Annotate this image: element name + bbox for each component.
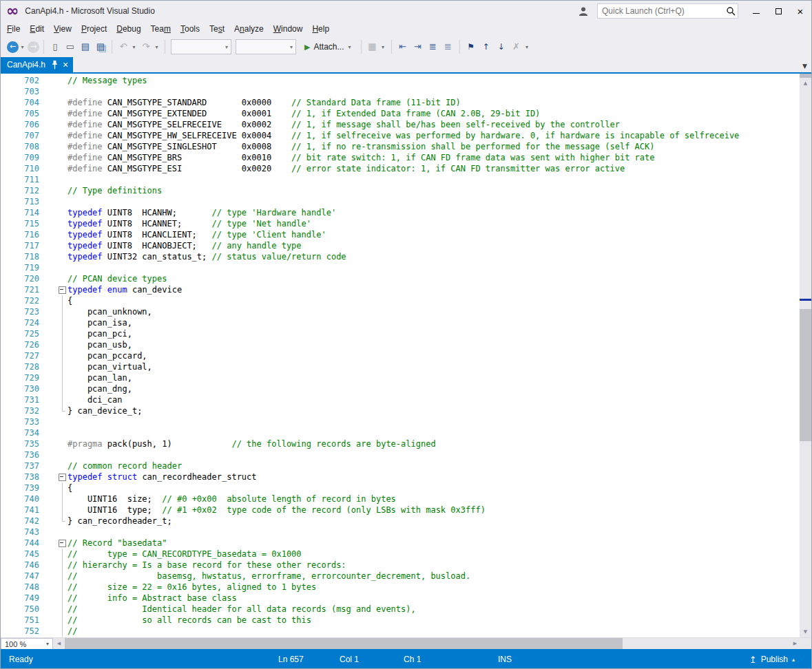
bookmark-next-icon[interactable]: ↓: [495, 40, 508, 54]
code-line[interactable]: 728 pcan_virtual,: [1, 361, 801, 372]
code-line[interactable]: 715typedef UINT8 HCANNET; // type 'Net h…: [1, 218, 801, 229]
code-line[interactable]: 744// Record "basedata": [1, 538, 801, 549]
menu-project[interactable]: Project: [76, 22, 112, 36]
code-line[interactable]: 710#define CAN_MSGTYPE_ESI 0x0020 // err…: [1, 163, 801, 174]
publish-button[interactable]: ↥ Publish ▴: [744, 649, 800, 669]
code-line[interactable]: 738typedef struct can_recordheader_struc…: [1, 471, 801, 482]
code-line[interactable]: 702// Message types: [1, 75, 801, 86]
redo-dropdown-icon[interactable]: ▾: [154, 44, 160, 50]
menu-tools[interactable]: Tools: [176, 22, 205, 36]
code-line[interactable]: 737// common record header: [1, 460, 801, 471]
code-line[interactable]: 708#define CAN_MSGTYPE_SINGLESHOT 0x0008…: [1, 141, 801, 152]
code-line[interactable]: 707#define CAN_MSGTYPE_HW_SELFRECEIVE 0x…: [1, 130, 801, 141]
code-line[interactable]: 749// info = Abstract base class: [1, 593, 801, 604]
code-line[interactable]: 732} can_device_t;: [1, 405, 801, 416]
fold-toggle-icon[interactable]: [41, 538, 67, 549]
code-line[interactable]: 705#define CAN_MSGTYPE_EXTENDED 0x0001 /…: [1, 108, 801, 119]
code-line[interactable]: 741 UINT16 type; // #1 +0x02 type code o…: [1, 505, 801, 516]
code-line[interactable]: 725 pcan_pci,: [1, 328, 801, 339]
uncomment-selection-icon[interactable]: ≣: [441, 40, 455, 54]
fold-toggle-icon[interactable]: [41, 284, 67, 295]
code-line[interactable]: 742} can_recordheader_t;: [1, 516, 801, 527]
code-line[interactable]: 714typedef UINT8 HCANHW; // type 'Hardwa…: [1, 207, 801, 218]
menu-file[interactable]: File: [2, 22, 25, 36]
undo-icon[interactable]: ↶: [116, 40, 130, 54]
code-line[interactable]: 722{: [1, 295, 801, 306]
code-line[interactable]: 713: [1, 196, 801, 207]
tab-canapi4h[interactable]: CanApi4.h ×: [1, 57, 73, 72]
splitter-grip[interactable]: [800, 74, 811, 78]
maximize-button[interactable]: [767, 1, 789, 21]
code-line[interactable]: 727 pcan_pccard,: [1, 350, 801, 361]
bookmark-clear-icon[interactable]: ✗: [510, 40, 523, 54]
nav-back-icon[interactable]: ←: [7, 41, 19, 53]
code-line[interactable]: 747// basemsg, hwstatus, errorframe, err…: [1, 571, 801, 582]
save-icon[interactable]: ▤: [79, 40, 92, 54]
code-line[interactable]: 733: [1, 416, 801, 427]
minimize-button[interactable]: [745, 1, 767, 21]
code-line[interactable]: 726 pcan_usb,: [1, 339, 801, 350]
attach-button[interactable]: ▶Attach...▾: [300, 39, 356, 54]
open-file-icon[interactable]: ▭: [63, 40, 77, 54]
fold-toggle-icon[interactable]: [41, 471, 67, 482]
scroll-up-icon[interactable]: ▲: [800, 78, 811, 88]
code-line[interactable]: 703: [1, 86, 801, 97]
scroll-right-icon[interactable]: ▶: [789, 638, 801, 650]
code-line[interactable]: 729 pcan_lan,: [1, 372, 801, 383]
horizontal-scroll-thumb[interactable]: [65, 638, 623, 650]
process-list-icon[interactable]: ▦: [366, 40, 379, 54]
undo-dropdown-icon[interactable]: ▾: [131, 44, 137, 50]
editor[interactable]: 702// Message types703704#define CAN_MSG…: [1, 74, 801, 637]
code-line[interactable]: 740 UINT16 size; // #0 +0x00 absolute le…: [1, 493, 801, 505]
menu-team[interactable]: Team: [146, 22, 176, 36]
code-line[interactable]: 734: [1, 427, 801, 438]
code-line[interactable]: 717typedef UINT8 HCANOBJECT; // any hand…: [1, 240, 801, 251]
horizontal-scrollbar[interactable]: ◀ ▶: [53, 638, 801, 650]
redo-icon[interactable]: ↷: [139, 40, 153, 54]
code-line[interactable]: 750// Identical header for all data reco…: [1, 604, 801, 615]
code-line[interactable]: 752//: [1, 626, 801, 637]
solution-platform-combo[interactable]: ▾: [236, 39, 296, 54]
menu-help[interactable]: Help: [307, 22, 334, 36]
nav-forward-icon[interactable]: →: [28, 41, 39, 53]
scroll-left-icon[interactable]: ◀: [53, 638, 65, 650]
comment-selection-icon[interactable]: ≣: [426, 40, 440, 54]
code-line[interactable]: 723 pcan_unknown,: [1, 306, 801, 317]
code-line[interactable]: 709#define CAN_MSGTYPE_BRS 0x0010 // bit…: [1, 152, 801, 163]
scroll-down-icon[interactable]: ▼: [800, 627, 811, 637]
code-line[interactable]: 719: [1, 262, 801, 273]
menu-view[interactable]: View: [49, 22, 76, 36]
close-button[interactable]: ×: [789, 1, 811, 21]
code-line[interactable]: 746// hierarchy = Is a base record for t…: [1, 560, 801, 571]
code-line[interactable]: 712// Type definitions: [1, 185, 801, 196]
code-line[interactable]: 721typedef enum can_device: [1, 284, 801, 295]
feedback-icon[interactable]: [579, 6, 589, 17]
menu-test[interactable]: Test: [205, 22, 229, 36]
code-line[interactable]: 731 dci_can: [1, 394, 801, 405]
code-line[interactable]: 751// so all records can be cast to this: [1, 615, 801, 626]
code-line[interactable]: 748// size = 22 = 0x16 bytes, aligned to…: [1, 582, 801, 593]
bookmark-toggle-icon[interactable]: ⚑: [464, 40, 478, 54]
vertical-scroll-thumb[interactable]: [800, 309, 811, 441]
bookmark-previous-icon[interactable]: ↑: [479, 40, 493, 54]
toolbar-overflow-icon[interactable]: ▾: [524, 44, 530, 50]
indent-decrease-icon[interactable]: ⇤: [396, 40, 410, 54]
code-line[interactable]: 739{: [1, 482, 801, 493]
vertical-scrollbar[interactable]: ▲ ▼: [800, 74, 811, 637]
pin-icon[interactable]: [52, 61, 58, 70]
new-file-icon[interactable]: ▯: [48, 40, 62, 54]
nav-back-dropdown-icon[interactable]: ▾: [19, 44, 25, 50]
code-line[interactable]: 736: [1, 449, 801, 460]
zoom-control[interactable]: 100 % ▾: [1, 638, 53, 650]
menu-window[interactable]: Window: [269, 22, 308, 36]
indent-increase-icon[interactable]: ⇥: [411, 40, 425, 54]
code-line[interactable]: 718typedef UINT32 can_status_t; // statu…: [1, 251, 801, 262]
document-list-dropdown-icon[interactable]: ▼: [802, 63, 807, 70]
process-list-dropdown-icon[interactable]: ▾: [380, 44, 386, 50]
quick-launch-input[interactable]: [597, 3, 738, 19]
save-all-icon[interactable]: ▤: [94, 40, 107, 54]
code-line[interactable]: 724 pcan_isa,: [1, 317, 801, 328]
menu-edit[interactable]: Edit: [25, 22, 49, 36]
code-line[interactable]: 745// type = CAN_RECORDTYPE_basedata = 0…: [1, 549, 801, 560]
code-line[interactable]: 716typedef UINT8 HCANCLIENT; // type 'Cl…: [1, 229, 801, 240]
